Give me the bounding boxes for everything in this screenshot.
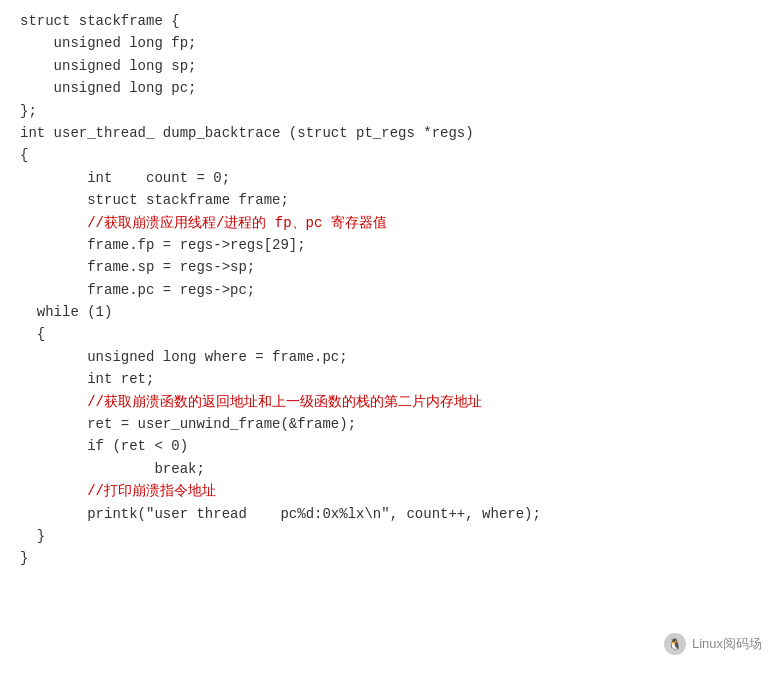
code-line: break; bbox=[20, 458, 762, 480]
code-line: ret = user_unwind_frame(&frame); bbox=[20, 413, 762, 435]
code-line: int count = 0; bbox=[20, 167, 762, 189]
code-line: if (ret < 0) bbox=[20, 435, 762, 457]
code-line: unsigned long pc; bbox=[20, 77, 762, 99]
code-line: struct stackframe frame; bbox=[20, 189, 762, 211]
code-line: frame.fp = regs->regs[29]; bbox=[20, 234, 762, 256]
code-line: printk("user thread pc%d:0x%lx\n", count… bbox=[20, 503, 762, 525]
code-line: { bbox=[20, 144, 762, 166]
code-line: unsigned long sp; bbox=[20, 55, 762, 77]
watermark-label: Linux阅码场 bbox=[692, 635, 762, 653]
code-line: { bbox=[20, 323, 762, 345]
code-line: } bbox=[20, 547, 762, 569]
code-line: }; bbox=[20, 100, 762, 122]
code-line: int user_thread_ dump_backtrace (struct … bbox=[20, 122, 762, 144]
code-line: //打印崩溃指令地址 bbox=[20, 480, 762, 502]
code-line: unsigned long fp; bbox=[20, 32, 762, 54]
code-line: struct stackframe { bbox=[20, 10, 762, 32]
watermark: 🐧 Linux阅码场 bbox=[664, 633, 762, 655]
code-line: frame.pc = regs->pc; bbox=[20, 279, 762, 301]
code-line: frame.sp = regs->sp; bbox=[20, 256, 762, 278]
code-line: //获取崩溃应用线程/进程的 fp、pc 寄存器值 bbox=[20, 212, 762, 234]
watermark-icon: 🐧 bbox=[664, 633, 686, 655]
code-line: //获取崩溃函数的返回地址和上一级函数的栈的第二片内存地址 bbox=[20, 391, 762, 413]
code-container: struct stackframe { unsigned long fp; un… bbox=[0, 0, 782, 590]
code-line: } bbox=[20, 525, 762, 547]
code-line: unsigned long where = frame.pc; bbox=[20, 346, 762, 368]
code-line: int ret; bbox=[20, 368, 762, 390]
code-line: while (1) bbox=[20, 301, 762, 323]
